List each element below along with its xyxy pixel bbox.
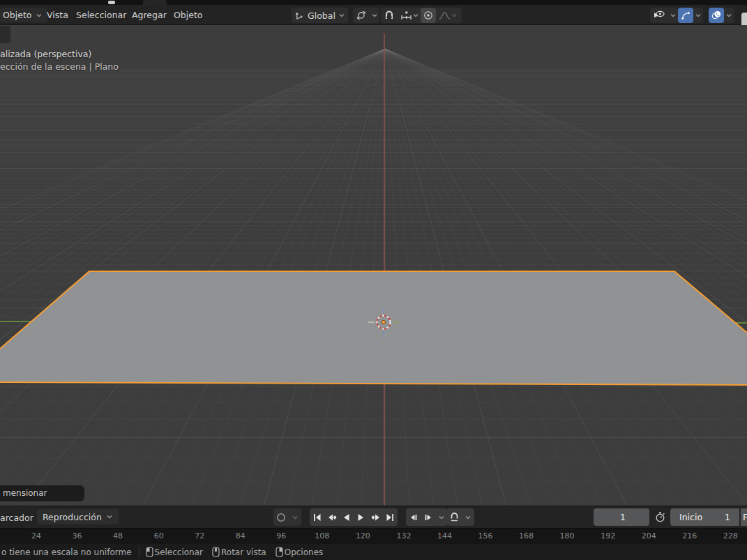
operator-panel-collapsed[interactable]: mensionar: [0, 485, 84, 501]
proportional-edit-group: [419, 8, 462, 23]
play-reverse-button[interactable]: [339, 508, 354, 526]
ruler-tick-label: 228: [723, 531, 738, 540]
menu-agregar[interactable]: Agregar: [127, 8, 172, 22]
frame-start-field[interactable]: Inicio 1: [670, 508, 739, 526]
play-button[interactable]: [354, 508, 368, 526]
step-back-button[interactable]: [406, 508, 421, 526]
use-preview-range-toggle[interactable]: [651, 508, 669, 526]
jump-to-start-button[interactable]: [310, 508, 324, 526]
timeline-ruler[interactable]: 1224364860728496108120132144156168180192…: [0, 528, 747, 544]
mode-selector-label: Objeto: [3, 8, 32, 22]
gizmos-toggle[interactable]: [678, 8, 693, 23]
magnet-icon: [449, 512, 460, 522]
active-object-overlay: ección de la escena | Plano: [0, 61, 119, 72]
playback-popover[interactable]: Reproducción: [37, 509, 119, 524]
playback-popover-label: Reproducción: [43, 512, 102, 522]
ruler-tick-label: 180: [560, 531, 575, 540]
show-objects-icon: [650, 8, 668, 23]
frame-end-label: F: [743, 512, 747, 522]
ruler-tick-label: 156: [478, 531, 493, 540]
transform-orientation-dropdown[interactable]: Global: [292, 8, 348, 23]
hint-options: Opciones: [276, 547, 324, 557]
frame-end-field-partial[interactable]: F: [741, 508, 747, 526]
menu-vista-label: Vista: [47, 10, 68, 20]
hint-rotate-view: Rotar vista: [212, 547, 266, 557]
orientation-label: Global: [308, 10, 335, 21]
ruler-tick-label: 144: [437, 531, 452, 540]
current-frame-value: 1: [620, 512, 626, 522]
orientation-axes-icon: [294, 10, 305, 21]
timeline-snap-dropdown[interactable]: [462, 508, 474, 526]
overlays-dropdown[interactable]: [724, 12, 734, 19]
pivot-point-dropdown[interactable]: [353, 8, 379, 23]
ruler-tick-label: 216: [682, 531, 697, 540]
object-origin-dot: [382, 320, 385, 324]
ruler-tick-label: 60: [154, 531, 164, 540]
ruler-tick-label: 84: [236, 531, 246, 540]
ruler-tick-label: 204: [642, 531, 656, 540]
overlays-icon: [711, 10, 721, 21]
gizmos-dropdown[interactable]: [693, 12, 703, 19]
plane-object[interactable]: [0, 271, 747, 385]
status-bar: o tiene una escala no uniforme Seleccion…: [0, 544, 747, 560]
ruler-tick-label: 132: [396, 531, 411, 540]
snap-magnet-toggle[interactable]: [381, 8, 398, 23]
timeline-snap-group: [447, 508, 474, 526]
mode-selector-dropdown[interactable]: Objeto: [0, 8, 47, 22]
record-circle-icon: [276, 513, 286, 522]
chevron-down-icon: [106, 513, 113, 520]
snap-group: [381, 8, 422, 23]
menu-vista[interactable]: Vista: [42, 8, 73, 22]
chevron-down-icon: [465, 514, 471, 521]
snap-increment-icon: [400, 10, 412, 21]
operator-panel-label: mensionar: [3, 488, 47, 498]
falloff-curve-icon: [439, 10, 451, 21]
menu-agregar-label: Agregar: [132, 10, 167, 20]
ruler-tick-label: 168: [519, 531, 534, 540]
current-frame-field[interactable]: 1: [594, 508, 649, 526]
keying-dropdown[interactable]: [288, 508, 301, 526]
ruler-tick-label: 108: [315, 531, 329, 540]
chevron-down-icon: [438, 514, 445, 521]
step-forward-button[interactable]: [421, 508, 435, 526]
overlays-toggle[interactable]: [709, 8, 724, 23]
ruler-tick-label: 36: [73, 531, 82, 540]
snap-target-dropdown[interactable]: [398, 8, 422, 23]
overlays-group: [709, 8, 734, 23]
mouse-middle-icon: [212, 547, 220, 557]
workspace-tab-remnant[interactable]: [143, 0, 167, 5]
ruler-tick-label: 72: [195, 531, 204, 540]
object-visibility-dropdown[interactable]: [650, 8, 678, 23]
gizmos-group: [678, 8, 703, 23]
ruler-tick-label: 48: [113, 531, 123, 540]
chevron-down-icon: [292, 514, 299, 521]
auto-key-toggle[interactable]: [273, 508, 288, 526]
pivot-point-icon: [353, 8, 370, 23]
frame-step-dropdown[interactable]: [435, 508, 448, 526]
chevron-down-icon: [36, 12, 43, 19]
proportional-edit-toggle[interactable]: [421, 8, 436, 23]
prev-keyframe-button[interactable]: [324, 508, 339, 526]
status-divider: [139, 547, 139, 557]
view-name-overlay: alizada (perspectiva): [0, 49, 91, 59]
chevron-down-icon: [412, 12, 419, 19]
hint-select-label: Seleccionar: [155, 547, 203, 557]
chevron-down-icon: [695, 12, 702, 19]
menu-seleccionar[interactable]: Seleccionar: [71, 8, 131, 22]
proportional-falloff-dropdown[interactable]: [436, 8, 460, 23]
keying-group: [273, 508, 301, 526]
menu-marcador[interactable]: arcador: [0, 513, 33, 523]
next-keyframe-button[interactable]: [368, 508, 383, 526]
jump-to-end-button[interactable]: [383, 508, 398, 526]
viewport[interactable]: alizada (perspectiva) ección de la escen…: [0, 25, 747, 506]
toolbar-remnant[interactable]: [0, 26, 10, 43]
chevron-down-icon: [338, 12, 345, 19]
hint-select: Seleccionar: [146, 547, 203, 557]
timeline-snap-toggle[interactable]: [447, 508, 462, 526]
menu-objeto[interactable]: Objeto: [169, 8, 208, 22]
frame-start-value: 1: [725, 512, 730, 522]
playback-controls: [310, 508, 398, 526]
ruler-tick-label: 192: [601, 531, 615, 540]
mouse-left-icon: [146, 547, 153, 557]
menu-seleccionar-label: Seleccionar: [76, 10, 126, 20]
